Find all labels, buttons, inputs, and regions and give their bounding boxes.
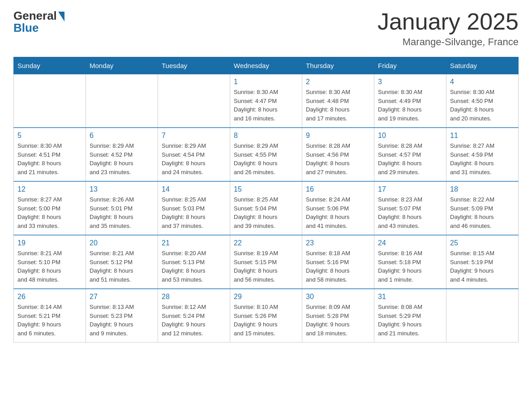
- calendar-cell: 5Sunrise: 8:30 AMSunset: 4:51 PMDaylight…: [14, 128, 86, 181]
- day-info: Sunrise: 8:30 AMSunset: 4:47 PMDaylight:…: [234, 88, 298, 123]
- day-info: Sunrise: 8:27 AMSunset: 5:00 PMDaylight:…: [17, 195, 82, 230]
- day-info: Sunrise: 8:30 AMSunset: 4:49 PMDaylight:…: [378, 88, 442, 123]
- day-number: 13: [90, 185, 154, 193]
- day-info: Sunrise: 8:10 AMSunset: 5:26 PMDaylight:…: [234, 303, 298, 338]
- calendar-cell: 12Sunrise: 8:27 AMSunset: 5:00 PMDayligh…: [14, 181, 86, 235]
- calendar-cell: [158, 74, 230, 128]
- logo-blue-text: Blue: [13, 21, 39, 35]
- day-number: 24: [378, 239, 442, 247]
- calendar-cell: 16Sunrise: 8:24 AMSunset: 5:06 PMDayligh…: [302, 181, 374, 235]
- column-header-thursday: Thursday: [302, 57, 374, 74]
- day-info: Sunrise: 8:30 AMSunset: 4:51 PMDaylight:…: [17, 141, 82, 176]
- calendar-cell: 17Sunrise: 8:23 AMSunset: 5:07 PMDayligh…: [374, 181, 446, 235]
- calendar-cell: 6Sunrise: 8:29 AMSunset: 4:52 PMDaylight…: [86, 128, 158, 181]
- day-info: Sunrise: 8:30 AMSunset: 4:48 PMDaylight:…: [306, 88, 370, 123]
- calendar-cell: 13Sunrise: 8:26 AMSunset: 5:01 PMDayligh…: [86, 181, 158, 235]
- column-header-monday: Monday: [86, 57, 158, 74]
- day-info: Sunrise: 8:13 AMSunset: 5:23 PMDaylight:…: [90, 303, 154, 338]
- day-info: Sunrise: 8:29 AMSunset: 4:55 PMDaylight:…: [234, 141, 298, 176]
- day-info: Sunrise: 8:19 AMSunset: 5:15 PMDaylight:…: [234, 249, 298, 284]
- day-info: Sunrise: 8:29 AMSunset: 4:52 PMDaylight:…: [90, 141, 154, 176]
- day-number: 16: [306, 185, 370, 193]
- calendar-cell: 30Sunrise: 8:09 AMSunset: 5:28 PMDayligh…: [302, 289, 374, 342]
- calendar-week-4: 19Sunrise: 8:21 AMSunset: 5:10 PMDayligh…: [14, 235, 519, 289]
- calendar-cell: [86, 74, 158, 128]
- calendar-cell: 14Sunrise: 8:25 AMSunset: 5:03 PMDayligh…: [158, 181, 230, 235]
- day-info: Sunrise: 8:25 AMSunset: 5:03 PMDaylight:…: [162, 195, 226, 230]
- calendar-cell: 2Sunrise: 8:30 AMSunset: 4:48 PMDaylight…: [302, 74, 374, 128]
- day-number: 19: [17, 239, 82, 247]
- column-header-wednesday: Wednesday: [230, 57, 302, 74]
- day-number: 25: [450, 239, 515, 247]
- calendar-week-2: 5Sunrise: 8:30 AMSunset: 4:51 PMDaylight…: [14, 128, 519, 181]
- calendar-cell: 4Sunrise: 8:30 AMSunset: 4:50 PMDaylight…: [446, 74, 519, 128]
- calendar-cell: 28Sunrise: 8:12 AMSunset: 5:24 PMDayligh…: [158, 289, 230, 342]
- day-number: 29: [234, 293, 298, 301]
- calendar-cell: [14, 74, 86, 128]
- calendar-cell: 7Sunrise: 8:29 AMSunset: 4:54 PMDaylight…: [158, 128, 230, 181]
- day-number: 11: [450, 132, 515, 140]
- calendar-cell: 11Sunrise: 8:27 AMSunset: 4:59 PMDayligh…: [446, 128, 519, 181]
- day-number: 6: [90, 132, 154, 140]
- column-header-sunday: Sunday: [14, 57, 86, 74]
- day-info: Sunrise: 8:21 AMSunset: 5:10 PMDaylight:…: [17, 249, 82, 284]
- calendar-cell: 24Sunrise: 8:16 AMSunset: 5:18 PMDayligh…: [374, 235, 446, 289]
- calendar-cell: 1Sunrise: 8:30 AMSunset: 4:47 PMDaylight…: [230, 74, 302, 128]
- column-header-friday: Friday: [374, 57, 446, 74]
- day-number: 21: [162, 239, 226, 247]
- calendar-cell: 9Sunrise: 8:28 AMSunset: 4:56 PMDaylight…: [302, 128, 374, 181]
- day-number: 8: [234, 132, 298, 140]
- calendar-cell: 29Sunrise: 8:10 AMSunset: 5:26 PMDayligh…: [230, 289, 302, 342]
- day-info: Sunrise: 8:30 AMSunset: 4:50 PMDaylight:…: [450, 88, 515, 123]
- day-number: 23: [306, 239, 370, 247]
- day-info: Sunrise: 8:28 AMSunset: 4:57 PMDaylight:…: [378, 141, 442, 176]
- day-info: Sunrise: 8:09 AMSunset: 5:28 PMDaylight:…: [306, 303, 370, 338]
- calendar-cell: 15Sunrise: 8:25 AMSunset: 5:04 PMDayligh…: [230, 181, 302, 235]
- logo-triangle-icon: [58, 12, 64, 21]
- calendar-cell: 20Sunrise: 8:21 AMSunset: 5:12 PMDayligh…: [86, 235, 158, 289]
- day-number: 14: [162, 185, 226, 193]
- day-info: Sunrise: 8:12 AMSunset: 5:24 PMDaylight:…: [162, 303, 226, 338]
- logo: General Blue: [13, 9, 64, 35]
- day-info: Sunrise: 8:29 AMSunset: 4:54 PMDaylight:…: [162, 141, 226, 176]
- day-number: 5: [17, 132, 82, 140]
- day-info: Sunrise: 8:23 AMSunset: 5:07 PMDaylight:…: [378, 195, 442, 230]
- day-info: Sunrise: 8:20 AMSunset: 5:13 PMDaylight:…: [162, 249, 226, 284]
- day-info: Sunrise: 8:18 AMSunset: 5:16 PMDaylight:…: [306, 249, 370, 284]
- day-info: Sunrise: 8:14 AMSunset: 5:21 PMDaylight:…: [17, 303, 82, 338]
- day-info: Sunrise: 8:21 AMSunset: 5:12 PMDaylight:…: [90, 249, 154, 284]
- day-info: Sunrise: 8:27 AMSunset: 4:59 PMDaylight:…: [450, 141, 515, 176]
- day-number: 10: [378, 132, 442, 140]
- calendar-title: January 2025: [378, 9, 519, 34]
- day-number: 15: [234, 185, 298, 193]
- calendar-cell: 8Sunrise: 8:29 AMSunset: 4:55 PMDaylight…: [230, 128, 302, 181]
- calendar-week-3: 12Sunrise: 8:27 AMSunset: 5:00 PMDayligh…: [14, 181, 519, 235]
- day-number: 26: [17, 293, 82, 301]
- calendar-cell: 18Sunrise: 8:22 AMSunset: 5:09 PMDayligh…: [446, 181, 519, 235]
- day-info: Sunrise: 8:16 AMSunset: 5:18 PMDaylight:…: [378, 249, 442, 284]
- calendar-week-1: 1Sunrise: 8:30 AMSunset: 4:47 PMDaylight…: [14, 74, 519, 128]
- calendar-table: SundayMondayTuesdayWednesdayThursdayFrid…: [13, 57, 519, 342]
- day-number: 28: [162, 293, 226, 301]
- page-header: General Blue January 2025 Marange-Silvan…: [13, 9, 519, 48]
- calendar-cell: 26Sunrise: 8:14 AMSunset: 5:21 PMDayligh…: [14, 289, 86, 342]
- column-header-tuesday: Tuesday: [158, 57, 230, 74]
- day-number: 12: [17, 185, 82, 193]
- calendar-cell: 10Sunrise: 8:28 AMSunset: 4:57 PMDayligh…: [374, 128, 446, 181]
- column-header-saturday: Saturday: [446, 57, 519, 74]
- calendar-cell: 22Sunrise: 8:19 AMSunset: 5:15 PMDayligh…: [230, 235, 302, 289]
- calendar-cell: 3Sunrise: 8:30 AMSunset: 4:49 PMDaylight…: [374, 74, 446, 128]
- title-section: January 2025 Marange-Silvange, France: [378, 9, 519, 48]
- day-info: Sunrise: 8:08 AMSunset: 5:29 PMDaylight:…: [378, 303, 442, 338]
- day-number: 20: [90, 239, 154, 247]
- calendar-header-row: SundayMondayTuesdayWednesdayThursdayFrid…: [14, 57, 519, 74]
- day-number: 1: [234, 78, 298, 86]
- day-number: 9: [306, 132, 370, 140]
- calendar-cell: 25Sunrise: 8:15 AMSunset: 5:19 PMDayligh…: [446, 235, 519, 289]
- calendar-cell: 21Sunrise: 8:20 AMSunset: 5:13 PMDayligh…: [158, 235, 230, 289]
- calendar-subtitle: Marange-Silvange, France: [378, 36, 519, 48]
- calendar-cell: 23Sunrise: 8:18 AMSunset: 5:16 PMDayligh…: [302, 235, 374, 289]
- day-number: 3: [378, 78, 442, 86]
- day-info: Sunrise: 8:22 AMSunset: 5:09 PMDaylight:…: [450, 195, 515, 230]
- day-number: 4: [450, 78, 515, 86]
